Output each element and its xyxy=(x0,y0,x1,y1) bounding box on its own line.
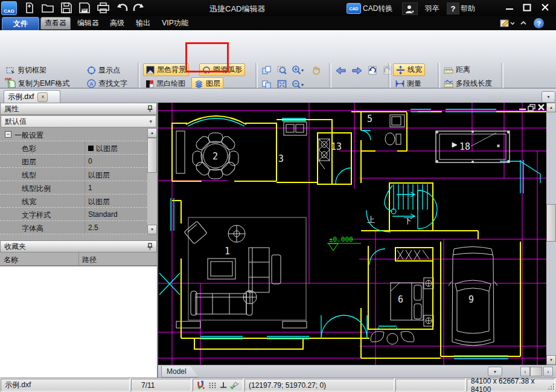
property-group-row[interactable]: − 一般设置 xyxy=(0,128,147,141)
room-label-billiard: 18 xyxy=(459,141,470,152)
black-background-icon xyxy=(146,66,155,74)
forward-button[interactable] xyxy=(350,65,363,77)
print-button[interactable] xyxy=(97,2,110,14)
cad-convert-button[interactable]: CAD转换 xyxy=(363,4,392,14)
layout-dropdown-button[interactable]: ▾ xyxy=(488,367,502,376)
distance-icon xyxy=(444,66,453,74)
line-width-button[interactable]: 线宽 xyxy=(393,63,425,76)
save-button[interactable] xyxy=(60,2,73,14)
axis-lines xyxy=(158,103,546,365)
menu-bar: 文件 查看器 编辑器 高级 输出 VIP功能 ? xyxy=(0,16,556,30)
next-view-button[interactable] xyxy=(381,65,394,77)
column-path[interactable]: 路径 xyxy=(82,255,97,265)
ortho-icon[interactable] xyxy=(220,381,227,390)
preset-dropdown[interactable]: 默认值 ▾ xyxy=(1,115,156,127)
layer-icon xyxy=(194,80,203,88)
room-label-living: 1 xyxy=(225,246,230,257)
elevation-label: ±0.000 xyxy=(329,236,353,243)
column-name[interactable]: 名称 xyxy=(4,255,18,265)
property-row-linetype-scale[interactable]: 线型比例1 xyxy=(0,181,147,194)
close-button[interactable] xyxy=(538,2,552,13)
canvas-vertical-scrollbar[interactable]: ▴ ▾ xyxy=(546,103,556,365)
property-row-lineweight[interactable]: 线宽以图层 xyxy=(0,194,147,208)
help-icon[interactable]: ? xyxy=(447,2,459,14)
file-menu-button[interactable]: 文件 xyxy=(2,17,39,31)
doors-windows xyxy=(159,109,540,359)
minimize-icon xyxy=(505,4,514,11)
printer-icon xyxy=(97,2,109,13)
save-as-pdf-button[interactable]: PDF xyxy=(78,2,91,14)
back-button[interactable] xyxy=(334,65,348,77)
grid-icon[interactable] xyxy=(208,381,217,390)
scroll-thumb[interactable] xyxy=(546,204,556,242)
minimize-button[interactable] xyxy=(502,2,517,13)
help-button[interactable]: 帮助 xyxy=(461,4,475,14)
document-tab-close-icon[interactable]: × xyxy=(37,92,48,102)
property-row-color[interactable]: 色彩 以图层 xyxy=(0,141,147,155)
room-label-closet: 13 xyxy=(331,141,342,152)
scroll-up-button[interactable]: ▴ xyxy=(546,103,556,112)
tab-vip[interactable]: VIP功能 xyxy=(158,17,193,30)
scroll-down-button[interactable]: ▾ xyxy=(147,225,157,234)
tab-overflow-button[interactable]: ▾ xyxy=(542,91,555,103)
scroll-up-button[interactable]: ▴ xyxy=(147,128,157,138)
collapse-icon[interactable]: − xyxy=(5,131,11,138)
new-file-button[interactable] xyxy=(23,2,36,14)
property-row-fontheight[interactable]: 字体高2.5 xyxy=(0,221,147,234)
scroll-thumb[interactable] xyxy=(147,138,157,173)
window-title: 迅捷CAD编辑器 xyxy=(209,4,265,14)
floorplan-drawing[interactable]: ±0.000 2 3 13 5 18 1 6 9 上 下 xyxy=(158,103,546,365)
favorites-list[interactable] xyxy=(0,266,157,378)
help-circle-icon[interactable]: ? xyxy=(534,18,544,28)
close-icon xyxy=(541,4,549,11)
property-row-linetype[interactable]: 线型以图层 xyxy=(0,168,147,181)
tab-output[interactable]: 输出 xyxy=(132,17,155,30)
open-file-button[interactable] xyxy=(41,2,54,14)
document-tab[interactable]: 示例.dxf × xyxy=(4,90,60,103)
scroll-down-button[interactable]: ▾ xyxy=(546,355,556,365)
distance-button[interactable]: 距离 xyxy=(441,63,473,76)
save-icon xyxy=(61,2,72,13)
hscroll-right-button[interactable]: › xyxy=(543,367,553,376)
redo-button[interactable] xyxy=(132,2,145,14)
bring-forward-button[interactable] xyxy=(260,64,273,76)
svg-text:A: A xyxy=(89,81,94,87)
username-label[interactable]: 羽卒 xyxy=(425,4,439,14)
zoom-in-dropdown[interactable]: ▾ xyxy=(301,68,304,73)
undo-icon xyxy=(117,3,129,13)
previous-view-button[interactable] xyxy=(366,65,379,77)
undo-button[interactable] xyxy=(116,2,129,14)
pan-button[interactable] xyxy=(310,64,323,76)
zoom-window-button[interactable] xyxy=(275,64,289,76)
property-row-textstyle[interactable]: 文字样式Standard xyxy=(0,208,147,221)
properties-panel-header: 属性 xyxy=(0,103,157,115)
cad-convert-icon[interactable]: CAD xyxy=(347,3,361,14)
document-tab-label: 示例.dxf xyxy=(8,92,34,102)
pin-icon[interactable] xyxy=(147,105,153,112)
mdi-controls[interactable] xyxy=(519,104,544,111)
black-background-button[interactable]: 黑色背景 xyxy=(143,63,189,76)
collapse-ribbon-button[interactable] xyxy=(519,19,528,27)
model-tab[interactable]: Model xyxy=(161,366,199,378)
room-label-bath: 5 xyxy=(367,114,372,124)
pin-icon[interactable] xyxy=(147,243,153,250)
tab-viewer[interactable]: 查看器 xyxy=(40,17,71,30)
clip-frame-button[interactable]: 剪切框架 xyxy=(4,64,49,77)
user-account-button[interactable] xyxy=(402,2,418,15)
hscroll-left-button[interactable]: ‹ xyxy=(520,367,530,376)
status-filename: 示例.dxf xyxy=(1,379,130,391)
zoom-out-dropdown[interactable]: ▾ xyxy=(301,82,304,88)
document-tab-bar: 示例.dxf × ▾ xyxy=(0,88,556,103)
draw-check-icon[interactable] xyxy=(230,381,239,390)
drawing-canvas[interactable]: ±0.000 2 3 13 5 18 1 6 9 上 下 xyxy=(158,103,546,365)
maximize-button[interactable] xyxy=(520,2,534,13)
app-logo-icon[interactable]: CAD xyxy=(1,1,17,15)
show-point-button[interactable]: 显示点 xyxy=(85,64,123,77)
tab-advanced[interactable]: 高级 xyxy=(106,17,129,30)
osnap-icon[interactable] xyxy=(197,381,205,390)
property-grid-scrollbar[interactable]: ▴ ▾ xyxy=(147,128,157,234)
hscroll-thumb[interactable] xyxy=(530,367,542,376)
property-row-layer[interactable]: 图层0 xyxy=(0,155,147,168)
quick-edit-button[interactable] xyxy=(500,18,514,28)
tab-editor[interactable]: 编辑器 xyxy=(74,17,103,30)
